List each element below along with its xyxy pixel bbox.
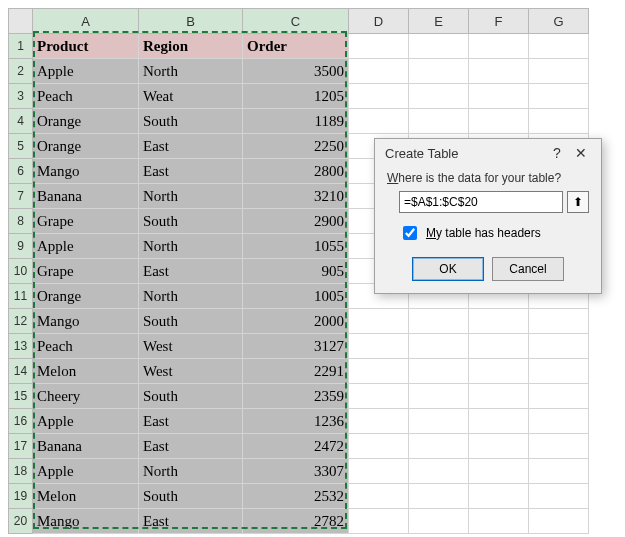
cell-G3[interactable] — [529, 84, 589, 109]
cell-C16[interactable]: 1236 — [243, 409, 349, 434]
cell-A19[interactable]: Melon — [33, 484, 139, 509]
cell-C5[interactable]: 2250 — [243, 134, 349, 159]
cell-D12[interactable] — [349, 309, 409, 334]
cell-D14[interactable] — [349, 359, 409, 384]
cell-B20[interactable]: East — [139, 509, 243, 534]
cell-C1[interactable]: Order — [243, 34, 349, 59]
cell-E17[interactable] — [409, 434, 469, 459]
cell-A20[interactable]: Mango — [33, 509, 139, 534]
cell-D3[interactable] — [349, 84, 409, 109]
cell-G19[interactable] — [529, 484, 589, 509]
cell-C3[interactable]: 1205 — [243, 84, 349, 109]
cancel-button[interactable]: Cancel — [492, 257, 564, 281]
row-header[interactable]: 3 — [9, 84, 33, 109]
row-header[interactable]: 7 — [9, 184, 33, 209]
cell-C11[interactable]: 1005 — [243, 284, 349, 309]
cell-E20[interactable] — [409, 509, 469, 534]
cell-B9[interactable]: North — [139, 234, 243, 259]
cell-G20[interactable] — [529, 509, 589, 534]
cell-B10[interactable]: East — [139, 259, 243, 284]
cell-B11[interactable]: North — [139, 284, 243, 309]
row-header[interactable]: 1 — [9, 34, 33, 59]
cell-B1[interactable]: Region — [139, 34, 243, 59]
cell-F16[interactable] — [469, 409, 529, 434]
column-header-D[interactable]: D — [349, 9, 409, 34]
cell-C10[interactable]: 905 — [243, 259, 349, 284]
cell-A2[interactable]: Apple — [33, 59, 139, 84]
cell-E16[interactable] — [409, 409, 469, 434]
cell-A8[interactable]: Grape — [33, 209, 139, 234]
cell-C12[interactable]: 2000 — [243, 309, 349, 334]
cell-B3[interactable]: Weat — [139, 84, 243, 109]
cell-A9[interactable]: Apple — [33, 234, 139, 259]
dialog-close-button[interactable]: ✕ — [569, 145, 593, 161]
row-header[interactable]: 16 — [9, 409, 33, 434]
range-input[interactable] — [399, 191, 563, 213]
cell-A7[interactable]: Banana — [33, 184, 139, 209]
cell-B19[interactable]: South — [139, 484, 243, 509]
cell-A11[interactable]: Orange — [33, 284, 139, 309]
cell-C20[interactable]: 2782 — [243, 509, 349, 534]
cell-A15[interactable]: Cheery — [33, 384, 139, 409]
cell-E1[interactable] — [409, 34, 469, 59]
collapse-dialog-button[interactable]: ⬆ — [567, 191, 589, 213]
cell-D17[interactable] — [349, 434, 409, 459]
cell-G18[interactable] — [529, 459, 589, 484]
cell-C2[interactable]: 3500 — [243, 59, 349, 84]
cell-A17[interactable]: Banana — [33, 434, 139, 459]
cell-B7[interactable]: North — [139, 184, 243, 209]
row-header[interactable]: 19 — [9, 484, 33, 509]
cell-A12[interactable]: Mango — [33, 309, 139, 334]
cell-G2[interactable] — [529, 59, 589, 84]
cell-F4[interactable] — [469, 109, 529, 134]
cell-G12[interactable] — [529, 309, 589, 334]
row-header[interactable]: 13 — [9, 334, 33, 359]
cell-E15[interactable] — [409, 384, 469, 409]
cell-C13[interactable]: 3127 — [243, 334, 349, 359]
cell-A10[interactable]: Grape — [33, 259, 139, 284]
cell-E3[interactable] — [409, 84, 469, 109]
cell-E12[interactable] — [409, 309, 469, 334]
column-header-G[interactable]: G — [529, 9, 589, 34]
cell-D1[interactable] — [349, 34, 409, 59]
cell-A5[interactable]: Orange — [33, 134, 139, 159]
cell-A4[interactable]: Orange — [33, 109, 139, 134]
cell-G15[interactable] — [529, 384, 589, 409]
has-headers-label[interactable]: My table has headers — [426, 226, 541, 240]
cell-C19[interactable]: 2532 — [243, 484, 349, 509]
cell-F12[interactable] — [469, 309, 529, 334]
cell-C7[interactable]: 3210 — [243, 184, 349, 209]
has-headers-checkbox[interactable] — [403, 226, 417, 240]
cell-E19[interactable] — [409, 484, 469, 509]
row-header[interactable]: 18 — [9, 459, 33, 484]
select-all-corner[interactable] — [9, 9, 33, 34]
cell-C17[interactable]: 2472 — [243, 434, 349, 459]
column-header-E[interactable]: E — [409, 9, 469, 34]
cell-D13[interactable] — [349, 334, 409, 359]
cell-F1[interactable] — [469, 34, 529, 59]
cell-C18[interactable]: 3307 — [243, 459, 349, 484]
row-header[interactable]: 2 — [9, 59, 33, 84]
cell-F15[interactable] — [469, 384, 529, 409]
cell-G1[interactable] — [529, 34, 589, 59]
row-header[interactable]: 8 — [9, 209, 33, 234]
column-header-B[interactable]: B — [139, 9, 243, 34]
row-header[interactable]: 4 — [9, 109, 33, 134]
cell-E4[interactable] — [409, 109, 469, 134]
row-header[interactable]: 9 — [9, 234, 33, 259]
cell-C9[interactable]: 1055 — [243, 234, 349, 259]
cell-B18[interactable]: North — [139, 459, 243, 484]
cell-A1[interactable]: Product — [33, 34, 139, 59]
cell-B13[interactable]: West — [139, 334, 243, 359]
cell-C14[interactable]: 2291 — [243, 359, 349, 384]
cell-D19[interactable] — [349, 484, 409, 509]
cell-C8[interactable]: 2900 — [243, 209, 349, 234]
cell-F13[interactable] — [469, 334, 529, 359]
cell-G4[interactable] — [529, 109, 589, 134]
cell-A18[interactable]: Apple — [33, 459, 139, 484]
cell-F18[interactable] — [469, 459, 529, 484]
cell-B8[interactable]: South — [139, 209, 243, 234]
cell-C15[interactable]: 2359 — [243, 384, 349, 409]
cell-D20[interactable] — [349, 509, 409, 534]
cell-C6[interactable]: 2800 — [243, 159, 349, 184]
